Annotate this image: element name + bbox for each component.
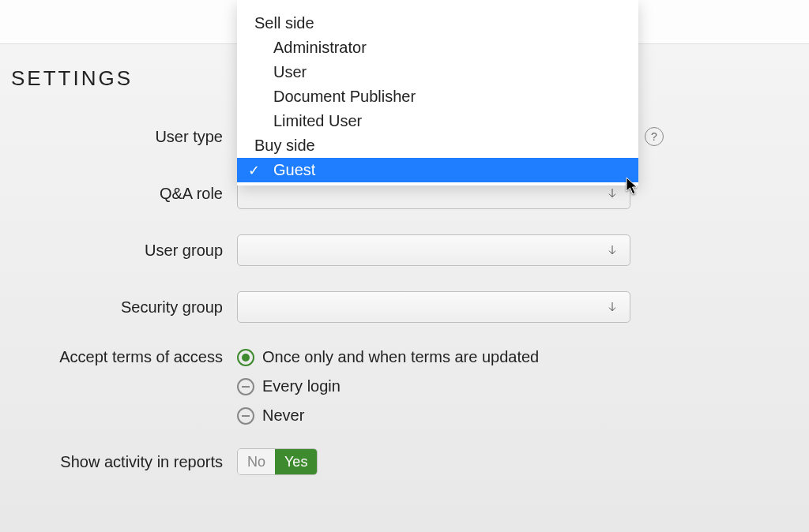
- dropdown-option-document-publisher[interactable]: Document Publisher: [237, 84, 638, 109]
- help-icon[interactable]: ?: [645, 127, 664, 146]
- row-security-group: Security group: [0, 291, 809, 323]
- radio-label: Every login: [262, 377, 341, 395]
- chevron-down-icon: [606, 301, 619, 313]
- label-user-type: User type: [0, 128, 237, 146]
- dropdown-option-user[interactable]: User: [237, 60, 638, 84]
- chevron-down-icon: [606, 244, 619, 257]
- label-show-activity: Show activity in reports: [0, 453, 237, 471]
- dropdown-option-administrator[interactable]: Administrator: [237, 36, 638, 60]
- radio-label: Once only and when terms are updated: [262, 348, 539, 366]
- accept-terms-radio-group: Once only and when terms are updated Eve…: [237, 348, 539, 425]
- dropdown-option-limited-user[interactable]: Limited User: [237, 109, 638, 133]
- check-icon: ✓: [248, 162, 260, 179]
- label-accept-terms: Accept terms of access: [0, 348, 237, 366]
- show-activity-toggle[interactable]: No Yes: [237, 448, 318, 475]
- row-accept-terms: Accept terms of access Once only and whe…: [0, 348, 809, 425]
- security-group-select[interactable]: [237, 291, 630, 323]
- user-type-dropdown[interactable]: Sell side Administrator User Document Pu…: [237, 0, 638, 185]
- dropdown-option-guest[interactable]: ✓ Guest: [237, 158, 638, 182]
- dropdown-group-sell-side: Sell side: [237, 11, 638, 36]
- row-show-activity: Show activity in reports No Yes: [0, 448, 809, 475]
- row-user-group: User group: [0, 234, 809, 266]
- radio-every-login[interactable]: Every login: [237, 377, 539, 395]
- radio-never[interactable]: Never: [237, 406, 539, 425]
- label-security-group: Security group: [0, 298, 237, 317]
- radio-dot-icon: [237, 349, 254, 366]
- label-user-group: User group: [0, 242, 237, 260]
- radio-dot-icon: [237, 407, 254, 425]
- toggle-no[interactable]: No: [238, 449, 275, 474]
- dropdown-group-buy-side: Buy side: [237, 133, 638, 158]
- radio-once-only[interactable]: Once only and when terms are updated: [237, 348, 539, 366]
- radio-dot-icon: [237, 378, 254, 395]
- chevron-down-icon: [606, 187, 619, 200]
- dropdown-option-label: Guest: [273, 161, 315, 178]
- toggle-yes[interactable]: Yes: [275, 449, 317, 474]
- label-qa-role: Q&A role: [0, 185, 237, 203]
- user-group-select[interactable]: [237, 234, 630, 266]
- radio-label: Never: [262, 406, 304, 425]
